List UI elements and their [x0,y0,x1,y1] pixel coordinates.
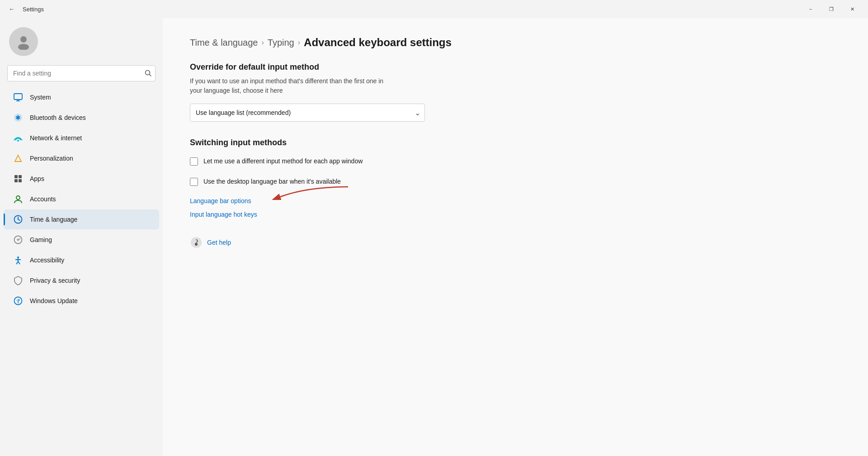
svg-point-0 [20,36,27,43]
app-title: Settings [23,6,796,13]
maximize-button[interactable]: ❐ [821,0,842,18]
checkbox-desktop-bar-label: Use the desktop language bar when it's a… [203,177,341,186]
sidebar-item-personalization[interactable]: Personalization [4,148,159,168]
get-help-row: Get help [190,236,841,249]
checkbox-desktop-bar[interactable] [190,178,198,186]
bluetooth-icon: ✱ [13,112,24,123]
sidebar-item-system[interactable]: System [4,87,159,107]
personalization-icon [13,153,24,164]
window-controls: − ❐ ✕ [800,0,863,18]
sidebar: System✱Bluetooth & devicesNetwork & inte… [0,18,163,456]
sidebar-item-label-gaming: Gaming [30,236,52,243]
svg-point-1 [18,44,29,50]
checkbox-row-diff-method: Let me use a different input method for … [190,157,841,166]
update-icon [13,295,24,306]
sidebar-item-apps[interactable]: Apps [4,169,159,189]
sidebar-item-accounts[interactable]: Accounts [4,189,159,209]
sidebar-item-label-accounts: Accounts [30,195,56,203]
page-title: Advanced keyboard settings [304,36,452,49]
sidebar-item-label-privacy: Privacy & security [30,277,80,284]
sidebar-item-label-time: Time & language [30,216,77,223]
svg-point-22 [19,238,20,239]
sidebar-item-bluetooth[interactable]: ✱Bluetooth & devices [4,108,159,128]
avatar[interactable] [9,27,38,56]
sidebar-item-time[interactable]: Time & language [4,209,159,229]
nav-list: System✱Bluetooth & devicesNetwork & inte… [0,87,163,311]
get-help-icon [190,236,203,249]
svg-point-23 [17,256,19,258]
checkbox-diff-method[interactable] [190,157,198,166]
titlebar: ← Settings − ❐ ✕ [0,0,868,18]
sidebar-item-label-bluetooth: Bluetooth & devices [30,114,86,121]
system-icon [13,92,24,103]
avatar-section [0,23,163,65]
breadcrumb-time-language[interactable]: Time & language [190,38,258,48]
sidebar-item-accessibility[interactable]: Accessibility [4,250,159,270]
input-hotkeys-link[interactable]: Input language hot keys [190,211,841,218]
accounts-icon [13,194,24,204]
privacy-icon [13,275,24,286]
breadcrumb-sep-2: › [298,38,300,47]
breadcrumb-typing[interactable]: Typing [268,38,294,48]
input-method-dropdown[interactable]: Use language list (recommended) [190,104,425,122]
get-help-link[interactable]: Get help [207,239,231,246]
sidebar-item-label-system: System [30,94,51,101]
back-button[interactable]: ← [5,3,18,15]
search-icon[interactable] [145,70,152,77]
sidebar-item-gaming[interactable]: Gaming [4,230,159,250]
app-body: System✱Bluetooth & devicesNetwork & inte… [0,18,868,456]
language-bar-options-link[interactable]: Language bar options [190,197,841,204]
override-section-title: Override for default input method [190,62,841,72]
breadcrumb-sep-1: › [261,38,264,47]
minimize-button[interactable]: − [800,0,821,18]
search-box[interactable] [7,65,156,81]
sidebar-item-label-accessibility: Accessibility [30,256,64,264]
svg-point-9 [17,140,19,142]
breadcrumb: Time & language › Typing › Advanced keyb… [190,36,841,49]
accessibility-icon [13,255,24,266]
svg-point-15 [16,196,20,200]
input-method-dropdown-wrapper[interactable]: Use language list (recommended) ⌄ [190,104,425,122]
svg-rect-11 [14,175,18,178]
checkbox-diff-method-label: Let me use a different input method for … [203,157,363,166]
apps-icon [13,173,24,184]
override-section-desc: If you want to use an input method that'… [190,76,841,95]
search-input[interactable] [7,65,156,81]
sidebar-item-privacy[interactable]: Privacy & security [4,271,159,290]
svg-point-31 [195,243,198,246]
svg-rect-13 [14,179,18,182]
network-icon [13,133,24,143]
sidebar-item-label-update: Windows Update [30,297,78,304]
svg-rect-14 [19,179,22,182]
svg-rect-5 [16,100,20,101]
sidebar-item-update[interactable]: Windows Update [4,291,159,311]
sidebar-item-label-personalization: Personalization [30,155,73,162]
sidebar-item-label-apps: Apps [30,175,44,182]
main-content: Time & language › Typing › Advanced keyb… [163,18,868,456]
sidebar-item-label-network: Network & internet [30,134,82,142]
svg-rect-12 [19,175,22,178]
gaming-icon [13,234,24,245]
svg-text:✱: ✱ [15,114,21,121]
svg-line-18 [18,219,20,220]
checkbox-row-desktop-bar: Use the desktop language bar when it's a… [190,177,841,186]
close-button[interactable]: ✕ [842,0,863,18]
svg-rect-4 [14,94,22,100]
svg-line-3 [150,75,151,76]
sidebar-item-network[interactable]: Network & internet [4,128,159,148]
switching-section-title: Switching input methods [190,138,841,147]
time-icon [13,214,24,225]
svg-line-27 [18,261,20,264]
